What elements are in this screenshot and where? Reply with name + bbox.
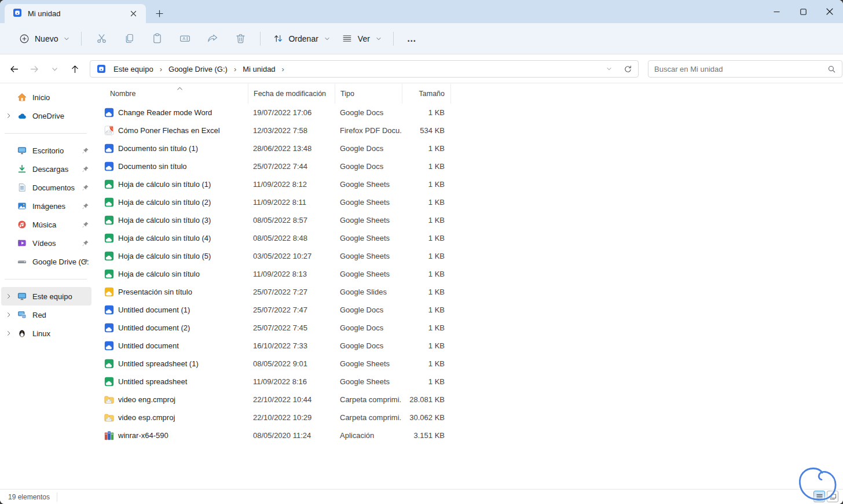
file-name: Documento sin título (1) [118, 144, 198, 153]
file-row[interactable]: Untitled spreadsheet (1)08/05/2022 9:01G… [93, 355, 843, 373]
computer-icon [16, 292, 28, 301]
gsheets-file-icon [104, 179, 114, 189]
file-row[interactable]: Hoja de cálculo sin título11/09/2022 8:1… [93, 265, 843, 283]
sidebar-item-im-genes[interactable]: Imágenes [1, 197, 91, 215]
expand-chevron-icon[interactable] [1, 330, 16, 337]
search-icon[interactable] [827, 65, 836, 73]
file-name: Hoja de cálculo sin título (1) [118, 180, 211, 189]
column-header-name[interactable]: Nombre [93, 84, 248, 104]
search-box[interactable] [648, 60, 842, 78]
tab-close-icon[interactable] [126, 7, 140, 21]
breadcrumb-item[interactable]: Google Drive (G:) [165, 63, 231, 75]
close-button[interactable] [816, 0, 843, 23]
sidebar-item-descargas[interactable]: Descargas [1, 160, 91, 178]
file-size: 1 KB [402, 288, 450, 296]
breadcrumb-chevron-icon[interactable]: › [157, 65, 165, 73]
file-size: 1 KB [402, 306, 450, 314]
file-date: 22/10/2022 10:29 [248, 413, 335, 422]
column-header-date[interactable]: Fecha de modificación [248, 84, 335, 104]
file-row[interactable]: Untitled document16/10/2022 7:33Google D… [93, 337, 843, 355]
file-size: 1 KB [402, 252, 450, 260]
zip-file-icon [104, 413, 114, 422]
address-bar[interactable]: Este equipo›Google Drive (G:)›Mi unidad› [90, 60, 639, 78]
refresh-icon[interactable] [621, 62, 635, 76]
file-row[interactable]: Cómo Poner Flechas en Excel12/03/2022 7:… [93, 122, 843, 139]
file-size: 1 KB [402, 180, 450, 189]
file-name: Untitled spreadsheet [118, 377, 187, 386]
file-row[interactable]: Untitled spreadsheet11/09/2022 8:16Googl… [93, 373, 843, 391]
paste-button[interactable] [143, 28, 171, 49]
breadcrumb: Este equipo›Google Drive (G:)›Mi unidad› [110, 63, 602, 75]
expand-chevron-icon[interactable] [1, 112, 16, 119]
file-date: 19/07/2022 17:06 [248, 108, 335, 117]
sidebar-item-este-equipo[interactable]: Este equipo [1, 287, 91, 306]
cut-button[interactable] [87, 28, 115, 49]
breadcrumb-item[interactable]: Mi unidad [239, 63, 278, 75]
file-row[interactable]: Hoja de cálculo sin título (2)11/09/2022… [93, 193, 843, 211]
more-options-button[interactable]: … [399, 34, 425, 44]
home-icon [16, 93, 28, 102]
sidebar-item-linux[interactable]: Linux [1, 324, 91, 343]
file-row[interactable]: Untitled document (1)25/07/2022 7:47Goog… [93, 301, 843, 319]
sidebar-item-inicio[interactable]: Inicio [1, 88, 91, 106]
expand-chevron-icon[interactable] [1, 311, 16, 318]
view-button[interactable]: Ver [336, 28, 387, 49]
file-row[interactable]: Documento sin título (1)28/06/2022 13:48… [93, 139, 843, 157]
sort-button[interactable]: Ordenar [266, 28, 335, 49]
file-type: Google Sheets [335, 252, 402, 260]
sidebar-item-documentos[interactable]: Documentos [1, 178, 91, 197]
search-input[interactable] [654, 65, 827, 73]
forward-button[interactable] [25, 60, 43, 78]
sidebar-item-red[interactable]: Red [1, 306, 91, 324]
copy-button[interactable] [115, 28, 143, 49]
file-row[interactable]: Presentación sin título25/07/2022 7:27Go… [93, 283, 843, 301]
share-icon [206, 32, 219, 45]
tab-title: Mi unidad [28, 9, 126, 18]
file-row[interactable]: video eng.cmproj22/10/2022 10:44Carpeta … [93, 391, 843, 409]
file-size: 1 KB [402, 341, 450, 350]
column-header-size[interactable]: Tamaño [402, 84, 450, 104]
details-view-button[interactable] [813, 491, 825, 502]
file-row[interactable]: Hoja de cálculo sin título (1)11/09/2022… [93, 175, 843, 193]
breadcrumb-chevron-icon[interactable]: › [231, 65, 239, 73]
share-button[interactable] [199, 28, 226, 49]
back-button[interactable] [5, 60, 23, 78]
gsheets-file-icon [104, 269, 114, 279]
new-tab-button[interactable] [152, 6, 167, 21]
column-header-type[interactable]: Tipo [335, 84, 402, 104]
new-button[interactable]: Nuevo [13, 28, 75, 49]
thumbnails-view-button[interactable] [827, 491, 838, 502]
delete-button[interactable] [226, 28, 254, 49]
explorer-tab[interactable]: Mi unidad [5, 4, 146, 23]
address-dropdown-icon[interactable] [602, 62, 616, 76]
file-type: Google Docs [335, 144, 402, 153]
file-row[interactable]: winrar-x64-59008/05/2020 11:24Aplicación… [93, 426, 843, 444]
file-row[interactable]: Untitled document (2)25/07/2022 7:45Goog… [93, 319, 843, 337]
drive-icon [16, 257, 28, 266]
file-row[interactable]: Change Reader mode Word19/07/2022 17:06G… [93, 104, 843, 122]
sidebar-item-onedrive[interactable]: OneDrive [1, 106, 91, 125]
view-icon [341, 32, 354, 45]
file-row[interactable]: Hoja de cálculo sin título (5)03/05/2022… [93, 247, 843, 265]
file-type: Carpeta comprimi... [335, 413, 402, 422]
breadcrumb-item[interactable]: Este equipo [110, 63, 157, 75]
pin-icon [82, 184, 89, 192]
file-row[interactable]: Documento sin título25/07/2022 7:44Googl… [93, 157, 843, 175]
rename-button[interactable]: A [171, 28, 199, 49]
file-row[interactable]: Hoja de cálculo sin título (3)08/05/2022… [93, 211, 843, 229]
sidebar-item-escritorio[interactable]: Escritorio [1, 141, 91, 160]
sidebar-item-google-drive-g[interactable]: Google Drive (G: [1, 252, 91, 271]
command-toolbar: Nuevo A Ordenar [0, 23, 843, 54]
file-row[interactable]: video esp.cmproj22/10/2022 10:29Carpeta … [93, 409, 843, 426]
file-row[interactable]: Hoja de cálculo sin título (4)08/05/2022… [93, 229, 843, 247]
sidebar-item-m-sica[interactable]: Música [1, 215, 91, 234]
maximize-button[interactable] [790, 0, 816, 23]
breadcrumb-chevron-icon[interactable]: › [279, 65, 287, 73]
expand-chevron-icon[interactable] [1, 293, 16, 300]
sidebar-item-v-deos[interactable]: Vídeos [1, 234, 91, 252]
music-icon [16, 220, 28, 229]
up-button[interactable] [65, 60, 84, 78]
recent-locations-button[interactable] [45, 60, 64, 78]
minimize-button[interactable] [763, 0, 790, 23]
sidebar-item-label: OneDrive [32, 112, 91, 120]
